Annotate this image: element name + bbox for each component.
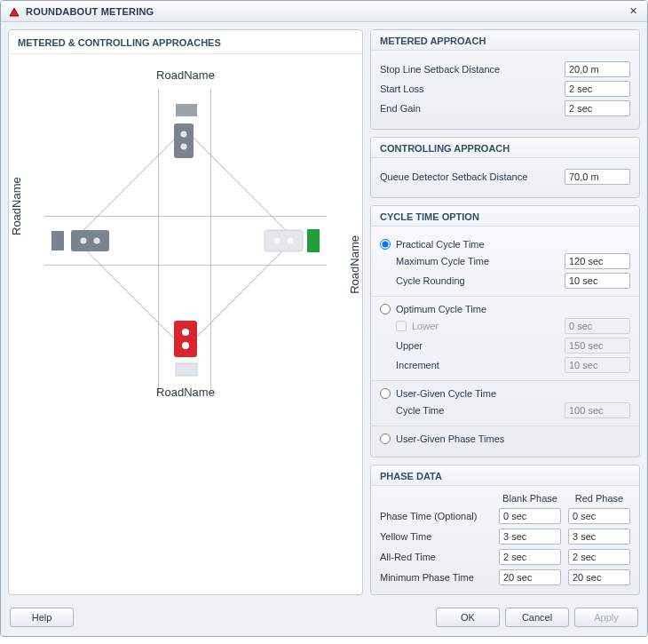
stop-line-input[interactable] <box>565 61 630 77</box>
max-cycle-input[interactable] <box>565 253 630 269</box>
allred-red-input[interactable] <box>568 549 630 565</box>
min-phase-label: Minimum Phase Time <box>380 572 492 583</box>
upper-label: Upper <box>396 340 565 351</box>
yellow-blank-input[interactable] <box>499 529 561 545</box>
stop-line-label: Stop Line Setback Distance <box>380 64 565 75</box>
start-loss-input[interactable] <box>565 81 630 97</box>
close-icon[interactable]: ✕ <box>626 4 640 19</box>
lower-input <box>565 318 630 334</box>
approaches-panel: METERED & CONTROLLING APPROACHES <box>8 29 363 595</box>
min-phase-red-input[interactable] <box>568 569 630 585</box>
road-horizontal <box>44 216 327 266</box>
allred-blank-input[interactable] <box>499 549 561 565</box>
increment-input <box>565 357 630 373</box>
optimum-radio[interactable] <box>380 304 391 314</box>
titlebar: ROUNDABOUT METERING ✕ <box>1 1 647 22</box>
increment-label: Increment <box>396 360 565 370</box>
cancel-button[interactable]: Cancel <box>505 608 569 627</box>
roadname-north: RoadName <box>156 68 215 82</box>
yellow-red-input[interactable] <box>568 529 630 545</box>
queue-detector-label: Queue Detector Setback Distance <box>380 171 565 182</box>
cycle-time-label: Cycle Time <box>396 405 565 416</box>
col-red-header: Red Phase <box>568 493 630 504</box>
cycle-time-input <box>565 402 630 418</box>
allred-time-label: All-Red Time <box>380 552 492 562</box>
user-phase-label[interactable]: User-Given Phase Times <box>396 433 504 444</box>
user-cycle-label[interactable]: User-Given Cycle Time <box>396 388 496 399</box>
roadname-west: RoadName <box>10 177 23 235</box>
phase-data-panel: PHASE DATA Blank Phase Red Phase Phase T… <box>370 465 640 595</box>
divider <box>371 380 639 381</box>
practical-label[interactable]: Practical Cycle Time <box>396 239 485 250</box>
metered-approach-title: METERED APPROACH <box>371 30 639 51</box>
end-gain-label: End Gain <box>380 103 565 114</box>
apply-button: Apply <box>574 608 638 627</box>
yellow-time-label: Yellow Time <box>380 531 492 542</box>
min-phase-blank-input[interactable] <box>499 569 561 585</box>
metered-approach-panel: METERED APPROACH Stop Line Setback Dista… <box>370 29 640 130</box>
phase-time-label: Phase Time (Optional) <box>380 511 492 521</box>
roadname-east: RoadName <box>349 235 362 294</box>
max-cycle-label: Maximum Cycle Time <box>396 256 565 266</box>
divider <box>371 425 639 426</box>
window-title: ROUNDABOUT METERING <box>26 6 154 17</box>
start-loss-label: Start Loss <box>380 83 565 94</box>
help-button[interactable]: Help <box>10 608 74 627</box>
user-cycle-radio[interactable] <box>380 388 391 399</box>
button-bar: Help OK Cancel Apply <box>1 602 647 636</box>
roadname-south: RoadName <box>156 386 215 399</box>
end-gain-input[interactable] <box>565 100 630 116</box>
roundabout-diagram[interactable]: RoadName RoadName RoadName RoadName <box>9 54 362 417</box>
ok-button[interactable]: OK <box>436 608 500 627</box>
cycle-time-panel: CYCLE TIME OPTION Practical Cycle Time M… <box>370 205 640 457</box>
cycle-rounding-label: Cycle Rounding <box>396 275 565 286</box>
phase-time-blank-input[interactable] <box>499 508 561 524</box>
cycle-time-title: CYCLE TIME OPTION <box>371 206 639 227</box>
divider <box>371 296 639 297</box>
lower-checkbox <box>396 321 407 331</box>
lower-label: Lower <box>412 321 565 331</box>
phase-data-title: PHASE DATA <box>371 465 639 486</box>
user-phase-radio[interactable] <box>380 433 391 444</box>
queue-detector-input[interactable] <box>565 169 630 185</box>
svg-marker-0 <box>10 8 19 16</box>
dialog-window: ROUNDABOUT METERING ✕ METERED & CONTROLL… <box>0 0 648 637</box>
practical-radio[interactable] <box>380 239 391 250</box>
app-icon <box>8 5 20 18</box>
controlling-approach-title: CONTROLLING APPROACH <box>371 138 639 158</box>
col-blank-header: Blank Phase <box>499 493 561 504</box>
cycle-rounding-input[interactable] <box>565 273 630 289</box>
upper-input <box>565 338 630 354</box>
approaches-title: METERED & CONTROLLING APPROACHES <box>9 30 362 54</box>
controlling-approach-panel: CONTROLLING APPROACH Queue Detector Setb… <box>370 137 640 198</box>
optimum-label[interactable]: Optimum Cycle Time <box>396 304 486 314</box>
phase-time-red-input[interactable] <box>568 508 630 524</box>
